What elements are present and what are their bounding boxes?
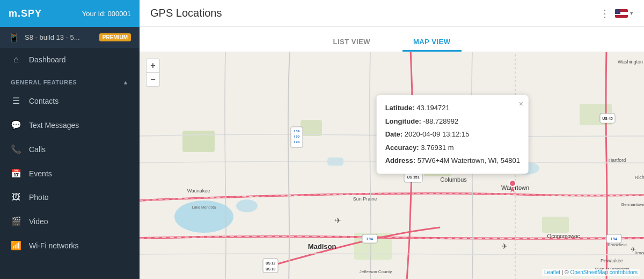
popup-accuracy-val: 3.76931 m [421, 144, 453, 152]
sidebar: m.SPY Your Id: 000001 📱 S8 - build 13 - … [0, 0, 140, 279]
zoom-out-button[interactable]: − [146, 73, 160, 87]
svg-text:Lake Mendota: Lake Mendota [192, 205, 216, 209]
map-container: I 94 I 94 US 151 US 45 US 12 US 18 I 39 … [140, 52, 644, 279]
svg-text:✈: ✈ [631, 246, 636, 253]
map-controls: + − [146, 59, 160, 87]
svg-rect-7 [301, 120, 322, 136]
device-row[interactable]: 📱 S8 - build 13 - 5... PREMIUM [0, 27, 140, 48]
svg-text:Germantown: Germantown [621, 202, 644, 207]
top-bar-right: ⋮ ▾ [600, 8, 633, 19]
svg-point-51 [509, 180, 516, 187]
osm-link[interactable]: OpenStreetMap contributors [570, 269, 638, 275]
sidebar-header: m.SPY Your Id: 000001 [0, 0, 140, 27]
user-id: Your Id: 000001 [82, 10, 131, 18]
map-attribution: Leaflet | © OpenStreetMap contributors [542, 269, 640, 276]
svg-text:US 45: US 45 [602, 117, 613, 120]
sidebar-item-contacts[interactable]: ☰ Contacts [0, 89, 140, 113]
page-title: GPS Locations [150, 7, 222, 19]
video-icon: 🎬 [11, 216, 21, 226]
popup-address: Address: 57W6+4M Watertown, WI, 54801 [385, 155, 520, 166]
sidebar-item-label: Dashboard [29, 55, 66, 64]
svg-text:Washington County: Washington County [618, 59, 644, 65]
popup-date: Date: 2020-04-09 13:12:15 [385, 129, 520, 140]
sidebar-item-dashboard[interactable]: ⌂ Dashboard [0, 48, 140, 71]
home-icon: ⌂ [11, 55, 21, 65]
zoom-in-button[interactable]: + [146, 59, 160, 73]
device-name: S8 - build 13 - 5... [25, 33, 94, 41]
chevron-up-icon: ▲ [123, 79, 129, 85]
popup-longitude-val: -88.728992 [423, 117, 458, 125]
sidebar-item-label: Video [29, 217, 48, 226]
svg-point-2 [236, 199, 258, 212]
sidebar-item-label: Wi-Fi networks [29, 241, 79, 250]
sidebar-item-video[interactable]: 🎬 Video [0, 209, 140, 233]
svg-text:US 151: US 151 [407, 175, 419, 179]
svg-text:Oconomowoc: Oconomowoc [547, 233, 580, 239]
svg-text:✈: ✈ [501, 242, 508, 251]
more-options-icon[interactable]: ⋮ [600, 8, 610, 19]
sidebar-item-label: Contacts [29, 97, 58, 105]
logo: m.SPY [9, 8, 42, 19]
sidebar-item-label: Events [29, 169, 52, 178]
svg-text:Brookfield: Brookfield [608, 242, 627, 247]
top-bar: GPS Locations ⋮ ▾ [140, 0, 644, 27]
main-content: GPS Locations ⋮ ▾ LIST VIEW MAP VIEW [140, 0, 644, 279]
location-popup: × Latitude: 43.194721 Longitude: -88.728… [377, 95, 529, 174]
sidebar-item-label: Calls [29, 145, 46, 154]
svg-text:Hartford: Hartford [609, 158, 626, 163]
sidebar-item-calls[interactable]: 📞 Calls [0, 137, 140, 161]
calendar-icon: 📅 [11, 168, 21, 178]
svg-text:I 94: I 94 [294, 140, 300, 144]
svg-text:US 12: US 12 [266, 261, 275, 265]
sidebar-item-events[interactable]: 📅 Events [0, 161, 140, 185]
premium-badge: PREMIUM [99, 33, 131, 41]
svg-text:✈: ✈ [335, 216, 341, 225]
sidebar-item-label: Text Messages [29, 121, 79, 130]
photo-icon: 🖼 [11, 192, 21, 202]
svg-text:Jefferson County: Jefferson County [360, 269, 392, 274]
popup-accuracy-label: Accuracy: [385, 144, 419, 152]
svg-text:Madison: Madison [308, 242, 336, 251]
popup-date-label: Date: [385, 130, 403, 138]
popup-close-button[interactable]: × [519, 99, 523, 108]
sidebar-item-label: Photo [29, 193, 49, 202]
android-icon: 📱 [9, 32, 19, 42]
svg-text:I 39: I 39 [294, 130, 300, 133]
svg-text:I 94: I 94 [367, 237, 373, 241]
svg-text:Waunakee: Waunakee [187, 188, 210, 194]
svg-rect-11 [542, 217, 569, 233]
phone-icon: 📞 [11, 144, 21, 154]
svg-text:Pewaukee: Pewaukee [601, 258, 623, 263]
tab-bar: LIST VIEW MAP VIEW [140, 27, 644, 52]
popup-address-label: Address: [385, 156, 415, 164]
popup-latitude-label: Latitude: [385, 104, 415, 112]
popup-accuracy: Accuracy: 3.76931 m [385, 142, 520, 153]
us-flag-icon [615, 9, 628, 18]
popup-latitude: Latitude: 43.194721 [385, 103, 520, 113]
popup-address-val: 57W6+4M Watertown, WI, 54801 [418, 156, 520, 164]
svg-text:I 90: I 90 [294, 135, 300, 138]
wifi-icon: 📶 [11, 240, 21, 251]
contacts-icon: ☰ [11, 96, 21, 106]
popup-longitude-label: Longitude: [385, 117, 421, 125]
chevron-down-icon: ▾ [630, 10, 633, 17]
content-area: LIST VIEW MAP VIEW [140, 27, 644, 279]
svg-text:Columbus: Columbus [440, 176, 467, 183]
svg-text:I 94: I 94 [611, 237, 617, 241]
svg-text:Sun Prairie: Sun Prairie [353, 196, 377, 202]
chat-icon: 💬 [11, 120, 21, 130]
language-selector[interactable]: ▾ [615, 9, 633, 18]
tab-list-view[interactable]: LIST VIEW [323, 33, 382, 52]
svg-text:US 18: US 18 [266, 267, 275, 271]
popup-longitude: Longitude: -88.728992 [385, 116, 520, 127]
tab-map-view[interactable]: MAP VIEW [402, 33, 462, 52]
sidebar-item-wifi-networks[interactable]: 📶 Wi-Fi networks [0, 233, 140, 257]
popup-latitude-val: 43.194721 [416, 104, 449, 112]
popup-date-val: 2020-04-09 13:12:15 [405, 130, 470, 138]
sidebar-item-text-messages[interactable]: 💬 Text Messages [0, 113, 140, 137]
svg-text:Richfield: Richfield [635, 175, 644, 180]
section-label: GENERAL FEATURES ▲ [0, 71, 140, 89]
svg-rect-6 [182, 131, 215, 152]
leaflet-link[interactable]: Leaflet [544, 269, 560, 275]
sidebar-item-photo[interactable]: 🖼 Photo [0, 185, 140, 209]
